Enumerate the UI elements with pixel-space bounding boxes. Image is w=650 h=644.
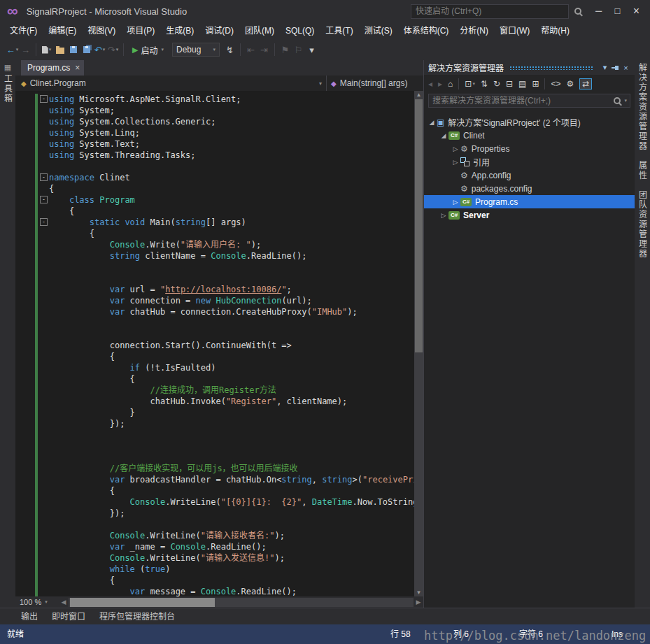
- menu-item[interactable]: 工具(T): [320, 22, 358, 39]
- toolbar-divider: [544, 78, 545, 90]
- chevron-down-icon[interactable]: ▾: [624, 98, 627, 103]
- undo-icon[interactable]: ↶▾: [93, 42, 106, 57]
- auto-hide-pin-icon[interactable]: [611, 64, 620, 72]
- tree-item[interactable]: ◢C#Clinet: [424, 129, 635, 142]
- solution-search-input[interactable]: [429, 95, 612, 106]
- rail-tab-toolbox[interactable]: 工具箱: [2, 74, 14, 103]
- maximize-button[interactable]: □: [608, 0, 627, 22]
- attach-icon[interactable]: ↯: [223, 42, 236, 57]
- view-code-icon[interactable]: <>: [551, 79, 560, 89]
- code-line: chatHub.Invoke("Register", clientName);: [15, 396, 423, 407]
- quick-launch-input[interactable]: [411, 4, 569, 19]
- menu-item[interactable]: 分析(N): [454, 22, 494, 39]
- editor-vertical-scrollbar[interactable]: ▲ ▼: [414, 91, 423, 596]
- tree-item[interactable]: ▷C#Program.cs: [424, 195, 635, 208]
- expander-icon[interactable]: ▷: [451, 199, 460, 206]
- rail-tab-1[interactable]: 属性: [637, 161, 649, 180]
- vertical-scroll-thumb[interactable]: [415, 99, 423, 352]
- menu-item[interactable]: 调试(D): [199, 22, 239, 39]
- properties-window-icon[interactable]: ⊞: [532, 79, 539, 89]
- find-next-icon[interactable]: ⇥: [257, 42, 271, 57]
- code-line: var broadcastHandler = chatHub.On<string…: [15, 474, 423, 485]
- scope-icon[interactable]: ⊡▾: [465, 79, 475, 89]
- search-icon[interactable]: [574, 8, 582, 15]
- code-editor[interactable]: -using Microsoft.AspNet.SignalR.Client;u…: [15, 91, 423, 596]
- member-dropdown[interactable]: ◆ Main(string[] args): [327, 76, 423, 91]
- expander-icon[interactable]: ◢: [427, 119, 437, 126]
- refresh-icon[interactable]: ↻: [493, 79, 500, 89]
- expander-icon[interactable]: ▷: [451, 145, 460, 152]
- redo-icon[interactable]: ↷▾: [106, 42, 120, 57]
- menu-item[interactable]: 测试(S): [359, 22, 398, 39]
- start-debugging-button[interactable]: ▶启动▾: [127, 44, 169, 56]
- menu-item[interactable]: 文件(F): [4, 22, 43, 39]
- expander-icon[interactable]: ▷: [451, 159, 460, 166]
- rail-tab-2[interactable]: 团队资源管理器: [637, 190, 649, 259]
- menu-item[interactable]: 编辑(E): [43, 22, 82, 39]
- toolbar-overflow-icon[interactable]: ▾: [305, 42, 318, 57]
- code-line: using System.Text;: [15, 138, 423, 150]
- tree-item[interactable]: ◢▣解决方案'SignalRProject' (2 个项目): [424, 115, 635, 129]
- scroll-right-icon[interactable]: ▶: [414, 599, 423, 606]
- navigate-back-icon[interactable]: ←▾: [6, 42, 19, 57]
- minimize-button[interactable]: ─: [589, 0, 608, 22]
- status-column-number: 列 6: [453, 624, 469, 644]
- menu-item[interactable]: 项目(P): [121, 22, 160, 39]
- forward-icon[interactable]: ▸: [438, 79, 442, 89]
- menu-item[interactable]: 团队(M): [239, 22, 280, 39]
- menu-item[interactable]: 视图(V): [82, 22, 121, 39]
- scroll-up-icon[interactable]: ▲: [414, 92, 423, 98]
- menu-item[interactable]: 帮助(H): [535, 22, 575, 39]
- expander-icon[interactable]: ◢: [439, 132, 448, 139]
- fold-toggle-icon[interactable]: -: [40, 173, 48, 181]
- navigate-forward-icon[interactable]: →: [19, 42, 32, 57]
- bottom-tab[interactable]: 程序包管理器控制台: [92, 608, 182, 625]
- fold-toggle-icon[interactable]: -: [40, 95, 48, 103]
- code-line: var _name = Console.ReadLine();: [15, 541, 423, 552]
- editor-horizontal-scrollbar[interactable]: [69, 598, 414, 607]
- save-icon[interactable]: [66, 42, 80, 57]
- home-icon[interactable]: ⌂: [448, 79, 453, 89]
- tree-item[interactable]: ⚙App.config: [424, 169, 635, 182]
- scroll-down-icon[interactable]: ▼: [414, 589, 423, 596]
- fold-toggle-icon[interactable]: -: [40, 218, 48, 226]
- open-file-icon[interactable]: [53, 42, 66, 57]
- menu-item[interactable]: 生成(B): [160, 22, 199, 39]
- collapse-all-icon[interactable]: ⊟: [506, 79, 513, 89]
- bottom-tab[interactable]: 输出: [14, 608, 45, 625]
- find-in-files-icon[interactable]: ⇤: [244, 42, 257, 57]
- search-icon[interactable]: [614, 97, 621, 105]
- document-tab-programcs[interactable]: Program.cs ×: [21, 60, 84, 76]
- show-all-files-icon[interactable]: ▤: [518, 79, 526, 89]
- tree-item[interactable]: ▷⚙Properties: [424, 142, 635, 155]
- wrench-icon[interactable]: ⚙: [567, 79, 574, 89]
- scroll-left-icon[interactable]: ◀: [59, 599, 69, 606]
- sync-active-document-icon[interactable]: ⇄: [579, 78, 592, 90]
- tree-item[interactable]: ▷引用: [424, 155, 635, 169]
- save-all-icon[interactable]: [80, 42, 93, 57]
- menu-item[interactable]: SQL(Q): [280, 22, 320, 39]
- close-panel-icon[interactable]: ×: [620, 64, 632, 72]
- rail-tab-0[interactable]: 解决方案资源管理器: [637, 63, 649, 151]
- back-icon[interactable]: ◂: [428, 79, 432, 89]
- tree-item[interactable]: ⚙packages.config: [424, 182, 635, 195]
- close-tab-icon[interactable]: ×: [75, 63, 80, 73]
- new-file-icon[interactable]: ▾: [40, 42, 53, 57]
- bookmark-icon[interactable]: ⚑: [278, 42, 292, 57]
- tree-item[interactable]: ▷C#Server: [424, 208, 635, 222]
- menu-item[interactable]: 体系结构(C): [398, 22, 455, 39]
- window-position-icon[interactable]: ▾: [599, 63, 611, 72]
- bottom-tab[interactable]: 即时窗口: [45, 608, 92, 625]
- pending-filter-icon[interactable]: ⇅: [481, 79, 488, 89]
- close-button[interactable]: ×: [627, 0, 646, 22]
- configuration-combo[interactable]: Debug▾: [172, 43, 220, 57]
- expander-icon[interactable]: ▷: [439, 212, 448, 219]
- fold-toggle-icon[interactable]: -: [40, 196, 48, 203]
- menu-item[interactable]: 窗口(W): [494, 22, 535, 39]
- zoom-selector[interactable]: 100 % ▾: [15, 598, 59, 606]
- drag-grip[interactable]: [509, 65, 593, 70]
- horizontal-scroll-thumb[interactable]: [70, 598, 215, 607]
- bookmark-next-icon[interactable]: ⚐: [292, 42, 305, 57]
- solution-explorer-header[interactable]: 解决方案资源管理器 ▾ ×: [424, 60, 635, 75]
- type-dropdown[interactable]: ◆ Clinet.Program ▾: [15, 76, 327, 91]
